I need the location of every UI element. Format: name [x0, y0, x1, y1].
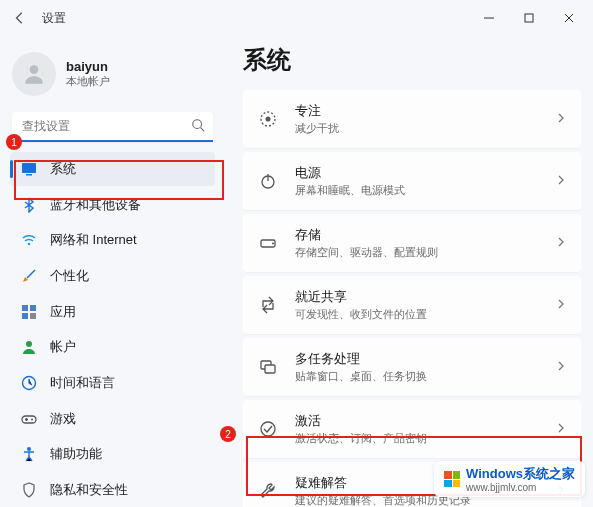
svg-rect-9 — [30, 313, 36, 319]
sidebar-item-label: 游戏 — [50, 410, 76, 428]
card-subtitle: 存储空间、驱动器、配置规则 — [295, 245, 555, 260]
watermark-text: Windows系统之家 www.bjjmlv.com — [466, 465, 575, 493]
watermark: Windows系统之家 www.bjjmlv.com — [434, 461, 585, 497]
minimize-button[interactable] — [469, 2, 509, 34]
card-title: 多任务处理 — [295, 350, 555, 368]
card-multitasking[interactable]: 多任务处理 贴靠窗口、桌面、任务切换 — [243, 338, 581, 396]
card-text: 电源 屏幕和睡眠、电源模式 — [295, 164, 555, 198]
sidebar-item-label: 系统 — [50, 160, 76, 178]
card-title: 专注 — [295, 102, 555, 120]
svg-rect-12 — [22, 416, 36, 423]
annotation-badge-2: 2 — [220, 426, 236, 442]
apps-icon — [20, 303, 38, 321]
card-text: 专注 减少干扰 — [295, 102, 555, 136]
chevron-right-icon — [555, 420, 567, 438]
chevron-right-icon — [555, 172, 567, 190]
sidebar: baiyun 本地帐户 系统 蓝牙和其他设备 网络和 Internet — [0, 36, 225, 507]
svg-point-5 — [28, 243, 30, 245]
svg-point-14 — [27, 447, 31, 451]
svg-rect-8 — [22, 313, 28, 319]
svg-rect-7 — [30, 305, 36, 311]
windows-logo-icon — [444, 471, 460, 487]
close-icon — [564, 13, 574, 23]
close-button[interactable] — [549, 2, 589, 34]
wifi-icon — [20, 231, 38, 249]
titlebar: 设置 — [0, 0, 593, 36]
chevron-right-icon — [555, 296, 567, 314]
svg-point-10 — [26, 341, 32, 347]
sidebar-item-time-language[interactable]: 时间和语言 — [10, 366, 215, 400]
sidebar-item-apps[interactable]: 应用 — [10, 295, 215, 329]
svg-point-13 — [31, 418, 33, 420]
account-icon — [20, 338, 38, 356]
svg-rect-21 — [265, 365, 275, 373]
clock-icon — [20, 374, 38, 392]
window-controls — [469, 2, 589, 34]
user-block[interactable]: baiyun 本地帐户 — [10, 46, 215, 108]
card-title: 就近共享 — [295, 288, 555, 306]
sidebar-item-accounts[interactable]: 帐户 — [10, 331, 215, 365]
user-name: baiyun — [66, 59, 110, 74]
content-area: 系统 专注 减少干扰 电源 屏幕和睡眠、电源模式 — [225, 36, 593, 507]
card-text: 存储 存储空间、驱动器、配置规则 — [295, 226, 555, 260]
card-subtitle: 贴靠窗口、桌面、任务切换 — [295, 369, 555, 384]
annotation-badge-1: 1 — [6, 134, 22, 150]
sidebar-item-system[interactable]: 系统 — [10, 152, 215, 186]
watermark-brand: Windows系统之家 — [466, 465, 575, 483]
card-storage[interactable]: 存储 存储空间、驱动器、配置规则 — [243, 214, 581, 272]
card-subtitle: 可发现性、收到文件的位置 — [295, 307, 555, 322]
svg-point-22 — [261, 422, 275, 436]
card-activation[interactable]: 激活 激活状态、订阅、产品密钥 — [243, 400, 581, 458]
card-title: 电源 — [295, 164, 555, 182]
svg-point-1 — [30, 65, 39, 74]
nav-list: 系统 蓝牙和其他设备 网络和 Internet 个性化 应用 帐户 — [10, 152, 215, 507]
svg-rect-6 — [22, 305, 28, 311]
share-icon — [257, 294, 279, 316]
search-icon — [191, 118, 205, 136]
chevron-right-icon — [555, 358, 567, 376]
storage-icon — [257, 232, 279, 254]
minimize-icon — [484, 13, 494, 23]
brush-icon — [20, 267, 38, 285]
card-text: 多任务处理 贴靠窗口、桌面、任务切换 — [295, 350, 555, 384]
sidebar-item-label: 网络和 Internet — [50, 231, 137, 249]
power-icon — [257, 170, 279, 192]
maximize-button[interactable] — [509, 2, 549, 34]
chevron-right-icon — [555, 110, 567, 128]
window-title: 设置 — [42, 10, 66, 27]
display-icon — [20, 160, 38, 178]
sidebar-item-accessibility[interactable]: 辅助功能 — [10, 438, 215, 472]
svg-point-2 — [193, 120, 202, 129]
check-circle-icon — [257, 418, 279, 440]
search-wrap — [12, 112, 213, 142]
card-nearby-share[interactable]: 就近共享 可发现性、收到文件的位置 — [243, 276, 581, 334]
card-subtitle: 减少干扰 — [295, 121, 555, 136]
card-text: 激活 激活状态、订阅、产品密钥 — [295, 412, 555, 446]
bluetooth-icon — [20, 196, 38, 214]
avatar — [12, 52, 56, 96]
sidebar-item-gaming[interactable]: 游戏 — [10, 402, 215, 436]
sidebar-item-network[interactable]: 网络和 Internet — [10, 223, 215, 257]
sidebar-item-privacy[interactable]: 隐私和安全性 — [10, 473, 215, 507]
card-focus[interactable]: 专注 减少干扰 — [243, 90, 581, 148]
watermark-url: www.bjjmlv.com — [466, 482, 575, 493]
gamepad-icon — [20, 410, 38, 428]
maximize-icon — [524, 13, 534, 23]
back-button[interactable] — [4, 2, 36, 34]
svg-rect-0 — [525, 14, 533, 22]
svg-point-19 — [272, 243, 274, 245]
svg-point-16 — [266, 117, 271, 122]
main-area: baiyun 本地帐户 系统 蓝牙和其他设备 网络和 Internet — [0, 36, 593, 507]
sidebar-item-label: 个性化 — [50, 267, 89, 285]
sidebar-item-personalization[interactable]: 个性化 — [10, 259, 215, 293]
card-power[interactable]: 电源 屏幕和睡眠、电源模式 — [243, 152, 581, 210]
sidebar-item-label: 隐私和安全性 — [50, 481, 128, 499]
sidebar-item-bluetooth[interactable]: 蓝牙和其他设备 — [10, 188, 215, 222]
search-input[interactable] — [12, 112, 213, 142]
svg-rect-4 — [26, 174, 32, 176]
sidebar-item-label: 辅助功能 — [50, 445, 102, 463]
settings-list: 专注 减少干扰 电源 屏幕和睡眠、电源模式 存储 存储空间、驱动器、配置规则 — [243, 90, 581, 507]
sidebar-item-label: 帐户 — [50, 338, 76, 356]
card-title: 激活 — [295, 412, 555, 430]
chevron-right-icon — [555, 234, 567, 252]
